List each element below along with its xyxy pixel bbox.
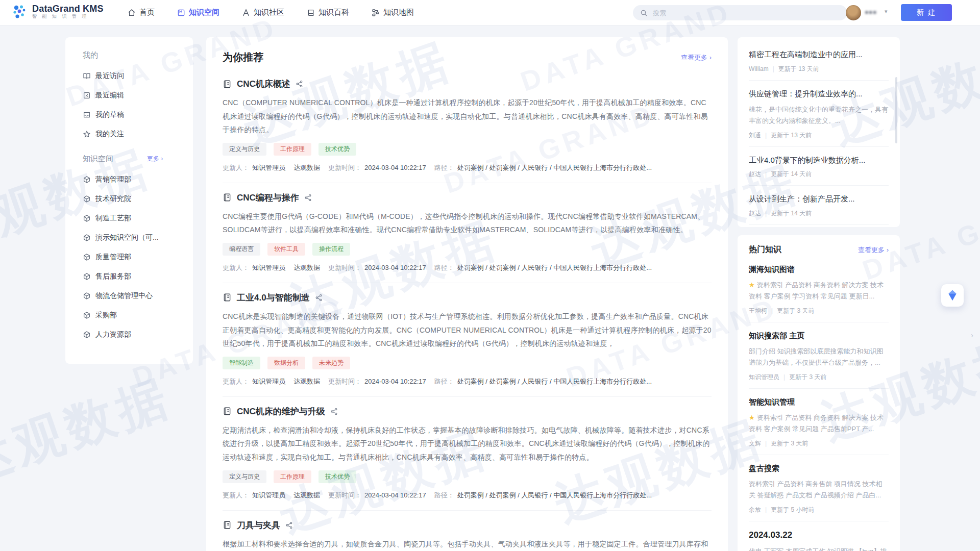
article-card: 刀具与夹具 根据加工材料和要求选择合适的刀具，如硬质合金刀具、陶瓷刀具等。包括手… [223, 511, 712, 551]
related-article-title[interactable]: 供应链管理：提升制造业效率的... [749, 88, 889, 99]
space-more-link[interactable]: 更多 › [147, 155, 163, 163]
sidebar-space-purchasing[interactable]: 采购部 [83, 306, 193, 325]
cube-icon [83, 292, 91, 300]
article-summary: 定期清洁机床，检查润滑油和冷却液，保持机床良好的工作状态，掌握基本的故障诊断和排… [223, 423, 712, 464]
ai-assistant-button[interactable] [941, 284, 964, 307]
new-button[interactable]: 新 建 [901, 4, 952, 21]
article-title[interactable]: CNC机床概述 [237, 78, 290, 90]
related-article-desc: 桃花，是中国传统文化中的重要花卉之一，具有丰富的文化内涵和象征意义。... [749, 104, 889, 127]
sidebar-space-manufacturing[interactable]: 制造工艺部 [83, 209, 193, 228]
article-title[interactable]: CNC机床的维护与升级 [237, 406, 325, 417]
panel-scrollbar[interactable] [895, 77, 897, 143]
article-meta: 更新人：知识管理员 达观数据 更新时间：2024-03-04 10:22:17 … [223, 263, 712, 272]
view-more-link[interactable]: 查看更多 › [681, 53, 712, 62]
sidebar-space-logistics[interactable]: 物流仓储管理中心 [83, 286, 193, 306]
hot-knowledge-item[interactable]: 2024.03.22 代申 王军军 本周完成工作 知识图谱 【bug】排查并解决… [749, 521, 889, 551]
related-article-title[interactable]: 工业4.0背景下的制造业数据分析... [749, 155, 889, 166]
sidebar-space-tech-research[interactable]: 技术研究院 [83, 189, 193, 209]
hot-knowledge-item[interactable]: 智能知识管理 ★资料索引 产品资料 商务资料 解决方案 技术资料 客户案例 常见… [749, 389, 889, 455]
hot-knowledge-item[interactable]: 盘古搜索 资料索引 产品资料 商务售前 项目情况 技术相关 答疑解惑 产品文档 … [749, 455, 889, 521]
updated-time: 更新于 3 天前 [789, 373, 826, 382]
tag[interactable]: 数据分析 [267, 357, 305, 369]
gem-icon [946, 289, 959, 302]
article-title[interactable]: 刀具与夹具 [237, 519, 280, 531]
hot-view-more-link[interactable]: 查看更多 › [858, 245, 889, 255]
sidebar-item-label: 质量管理部 [95, 253, 131, 262]
author-name: 余放 [749, 506, 761, 514]
hot-item-title[interactable]: 渊海知识图谱 [749, 264, 889, 275]
sidebar-item-recent-edits[interactable]: 最近编辑 [83, 86, 193, 105]
open-book-icon [83, 72, 91, 80]
tag[interactable]: 技术优势 [318, 143, 356, 156]
sidebar-space-quality[interactable]: 质量管理部 [83, 247, 193, 267]
nav-item-label: 知识地图 [383, 8, 414, 17]
nav-item-home[interactable]: 首页 [128, 8, 155, 17]
hot-item-title[interactable]: 2024.03.22 [749, 529, 889, 542]
author-name: 文辉 [749, 439, 761, 448]
book-icon [307, 9, 315, 17]
related-article-title[interactable]: 从设计到生产：创新产品开发... [749, 193, 889, 205]
tag[interactable]: 工作原理 [274, 470, 311, 483]
nav-item-knowledge-map[interactable]: 知识地图 [372, 8, 414, 17]
author-name: 赵达 [749, 170, 761, 179]
nav-item-knowledge-community[interactable]: 知识社区 [242, 8, 284, 17]
collapse-handle-icon[interactable]: › [971, 331, 973, 339]
nav-item-label: 首页 [139, 8, 155, 17]
notebook-icon [223, 293, 232, 302]
tag[interactable]: 操作流程 [312, 243, 350, 256]
username[interactable]: ●●● [865, 8, 877, 16]
sidebar-item-my-follows[interactable]: 我的关注 [83, 124, 193, 144]
related-article[interactable]: 工业4.0背景下的制造业数据分析... 赵达|更新于 14 天前 [749, 147, 889, 186]
tag[interactable]: 工作原理 [274, 143, 311, 156]
related-article-title[interactable]: 精密工程在高端制造业中的应用... [749, 49, 889, 60]
sidebar-space-aftersales[interactable]: 售后服务部 [83, 267, 193, 286]
hot-knowledge-item[interactable]: 知识搜索部 主页 部门介绍 知识搜索部以底层搜索能力和知识图谱能力为基础，不仅提… [749, 322, 889, 389]
chevron-down-icon[interactable]: ▾ [885, 8, 888, 15]
brand-logo[interactable]: DataGrand KMS 智 能 知 识 管 理 [11, 4, 104, 20]
related-article[interactable]: 精密工程在高端制造业中的应用... William|更新于 13 天前 [749, 41, 889, 81]
hot-item-title[interactable]: 智能知识管理 [749, 396, 889, 408]
sidebar-space-demo[interactable]: 演示知识空间（可... [83, 228, 193, 247]
sidebar-space-marketing[interactable]: 营销管理部 [83, 170, 193, 189]
sidebar-item-label: 采购部 [95, 311, 117, 320]
hot-item-title[interactable]: 知识搜索部 主页 [749, 330, 889, 341]
sidebar-item-my-drafts[interactable]: 我的草稿 [83, 105, 193, 124]
tag[interactable]: 编程语言 [223, 243, 260, 256]
article-title[interactable]: CNC编程与操作 [237, 192, 299, 204]
sidebar-space-hr[interactable]: 人力资源部 [83, 325, 193, 344]
knowledge-space-icon [177, 9, 185, 17]
nav-item-label: 知识社区 [254, 8, 284, 17]
nav-item-knowledge-space[interactable]: 知识空间 [177, 8, 219, 17]
related-article[interactable]: 从设计到生产：创新产品开发... 赵达|更新于 14 天前 [749, 186, 889, 225]
breadcrumb[interactable]: 处罚案例 / 处罚案例 / 人民银行 / 中国人民银行上海市分行行政处... [457, 263, 652, 272]
search-input[interactable] [652, 9, 840, 17]
share-icon[interactable] [296, 80, 303, 88]
share-icon[interactable] [304, 194, 312, 202]
hot-item-desc: ★资料索引 产品资料 商务资料 解决方案 技术资料 客户案例 常见问题 产品售前… [749, 412, 889, 435]
tag[interactable]: 定义与历史 [223, 470, 266, 483]
article-summary: CNC机床是实现智能制造的关键设备，通过物联网（IOT）技术与生产管理系统相连。… [223, 310, 712, 350]
article-meta: 更新人：知识管理员 达观数据 更新时间：2024-03-04 10:22:17 … [223, 377, 712, 386]
user-avatar[interactable] [846, 5, 861, 20]
hot-item-desc: 部门介绍 知识搜索部以底层搜索能力和知识图谱能力为基础，不仅提供平台级产品服务，… [749, 346, 889, 368]
tag[interactable]: 定义与历史 [223, 143, 266, 156]
tag[interactable]: 智能制造 [223, 357, 260, 369]
tag[interactable]: 软件工具 [267, 243, 305, 256]
hot-knowledge-title: 热门知识 [749, 244, 781, 255]
breadcrumb[interactable]: 处罚案例 / 处罚案例 / 人民银行 / 中国人民银行上海市分行行政处... [457, 491, 652, 500]
tag[interactable]: 技术优势 [318, 470, 356, 483]
tag[interactable]: 未来趋势 [312, 357, 350, 369]
nav-item-knowledge-wiki[interactable]: 知识百科 [307, 8, 349, 17]
notebook-icon [223, 193, 232, 202]
share-icon[interactable] [330, 408, 338, 415]
share-icon[interactable] [315, 294, 323, 302]
related-article[interactable]: 供应链管理：提升制造业效率的... 桃花，是中国传统文化中的重要花卉之一，具有丰… [749, 81, 889, 147]
article-title[interactable]: 工业4.0与智能制造 [237, 292, 310, 304]
sidebar-item-recent-visits[interactable]: 最近访问 [83, 66, 193, 86]
hot-item-title[interactable]: 盘古搜索 [749, 463, 889, 474]
share-icon[interactable] [285, 521, 293, 529]
updated-time: 更新于 14 天前 [771, 170, 812, 179]
breadcrumb[interactable]: 处罚案例 / 处罚案例 / 人民银行 / 中国人民银行上海市分行行政处... [457, 377, 652, 386]
hot-knowledge-item[interactable]: 渊海知识图谱 ★资料索引 产品资料 商务资料 解决方案 技术资料 客户案例 学习… [749, 256, 889, 322]
breadcrumb[interactable]: 处罚案例 / 处罚案例 / 人民银行 / 中国人民银行上海市分行行政处... [457, 163, 652, 172]
